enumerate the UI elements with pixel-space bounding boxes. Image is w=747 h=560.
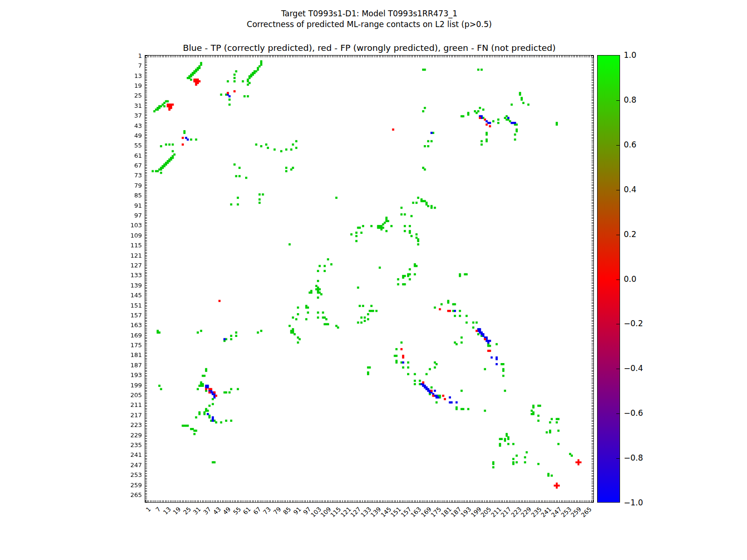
colorbar-tick-mark — [616, 145, 620, 146]
colorbar-tick-mark — [616, 280, 620, 280]
y-tick-label: 145 — [123, 292, 142, 299]
x-tick-label: 85 — [282, 506, 292, 516]
colorbar-tick-mark — [616, 458, 620, 459]
x-tick-label: 7 — [155, 506, 162, 513]
colorbar-tick-label: −0.2 — [624, 319, 643, 328]
y-tick-label: 265 — [123, 492, 142, 498]
figure-suptitle: Target T0993s1-D1: Model T0993s1RR473_1 … — [145, 8, 594, 30]
y-tick-label: 79 — [123, 182, 142, 189]
y-tick-label: 187 — [123, 362, 142, 369]
x-tick-label: 73 — [262, 506, 273, 516]
y-tick-label: 121 — [123, 252, 142, 259]
colorbar-tick-label: 0.2 — [624, 230, 636, 238]
colorbar-tick-label: −0.6 — [624, 409, 643, 417]
y-tick-label: 85 — [123, 192, 142, 199]
suptitle-line2: Correctness of predicted ML-range contac… — [145, 19, 594, 30]
colorbar-tick-label: 1.0 — [624, 51, 636, 59]
y-tick-label: 259 — [123, 482, 142, 489]
y-tick-label: 247 — [123, 462, 142, 469]
colorbar-tick-label: 0.0 — [624, 275, 636, 283]
plot-area[interactable] — [145, 55, 594, 503]
y-tick-label: 97 — [123, 212, 142, 219]
figure: Target T0993s1-D1: Model T0993s1RR473_1 … — [0, 0, 747, 560]
y-tick-label: 169 — [123, 332, 142, 339]
y-tick-label: 37 — [123, 112, 142, 119]
y-tick-label: 223 — [123, 422, 142, 428]
y-tick-label: 73 — [123, 172, 142, 179]
x-tick-label: 25 — [182, 506, 192, 516]
y-tick-label: 115 — [123, 242, 142, 249]
y-tick-label: 61 — [123, 153, 142, 159]
x-tick-label: 37 — [202, 506, 212, 516]
x-tick-label: 61 — [242, 506, 253, 516]
y-tick-label: 103 — [123, 222, 142, 229]
y-tick-label: 193 — [123, 372, 142, 378]
colorbar-tick-label: 0.4 — [624, 185, 636, 194]
y-tick-label: 91 — [123, 203, 142, 209]
colorbar-tick-label: −0.4 — [624, 364, 643, 372]
x-tick-label: 49 — [222, 506, 233, 516]
colorbar-tick-label: −1.0 — [624, 498, 643, 507]
y-tick-label: 139 — [123, 282, 142, 289]
colorbar-tick-mark — [616, 324, 620, 324]
x-tick-label: 91 — [292, 506, 303, 516]
y-tick-label: 49 — [123, 133, 142, 139]
x-tick-label: 265 — [580, 506, 592, 518]
y-tick-label: 241 — [123, 452, 142, 458]
colorbar-tick-mark — [616, 369, 620, 369]
y-tick-label: 181 — [123, 352, 142, 358]
y-tick-label: 13 — [123, 73, 142, 79]
x-tick-label: 1 — [145, 506, 152, 513]
y-tick-label: 253 — [123, 472, 142, 478]
y-tick-label: 205 — [123, 392, 142, 399]
colorbar-tick-label: −0.8 — [624, 454, 643, 462]
y-tick-label: 31 — [123, 103, 142, 109]
suptitle-line1: Target T0993s1-D1: Model T0993s1RR473_1 — [145, 8, 594, 19]
axes-title: Blue - TP (correctly predicted), red - F… — [145, 43, 594, 53]
y-tick-label: 235 — [123, 442, 142, 448]
y-tick-label: 55 — [123, 142, 142, 149]
x-tick-label: 55 — [232, 506, 242, 516]
x-tick-label: 13 — [162, 506, 172, 516]
colorbar-tick-label: 0.8 — [624, 96, 636, 104]
y-tick-label: 151 — [123, 302, 142, 309]
colorbar-tick-mark — [616, 190, 620, 190]
y-tick-label: 175 — [123, 342, 142, 349]
x-tick-label: 31 — [192, 506, 202, 516]
y-tick-label: 127 — [123, 262, 142, 269]
colorbar-tick-label: 0.6 — [624, 140, 636, 149]
y-tick-label: 7 — [123, 63, 142, 69]
x-tick-label: 79 — [272, 506, 282, 516]
x-tick-label: 43 — [212, 506, 222, 516]
scatter-canvas — [145, 56, 593, 502]
x-tick-label: 67 — [252, 506, 262, 516]
y-tick-label: 229 — [123, 432, 142, 439]
y-tick-label: 67 — [123, 162, 142, 169]
y-tick-label: 25 — [123, 92, 142, 99]
colorbar-tick-mark — [616, 413, 620, 414]
colorbar — [597, 55, 620, 503]
y-tick-label: 19 — [123, 83, 142, 89]
y-tick-label: 109 — [123, 232, 142, 239]
y-tick-label: 133 — [123, 272, 142, 279]
y-tick-label: 217 — [123, 412, 142, 419]
x-tick-label: 19 — [172, 506, 182, 516]
y-tick-label: 43 — [123, 123, 142, 129]
y-tick-label: 1 — [123, 53, 142, 59]
y-tick-label: 199 — [123, 382, 142, 389]
y-tick-label: 211 — [123, 402, 142, 408]
y-tick-label: 163 — [123, 322, 142, 329]
y-tick-label: 157 — [123, 312, 142, 319]
colorbar-tick-mark — [616, 100, 620, 101]
colorbar-tick-mark — [616, 235, 620, 235]
